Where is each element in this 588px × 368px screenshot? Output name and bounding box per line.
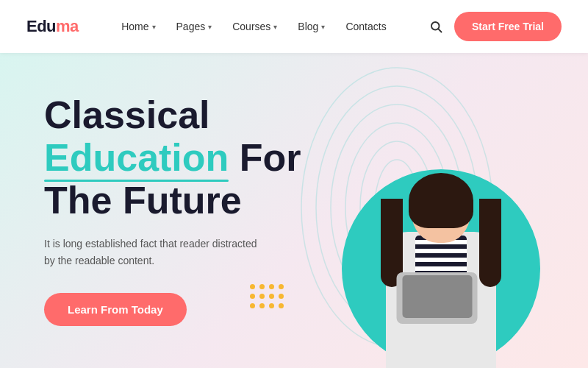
logo[interactable]: Eduma bbox=[26, 17, 79, 36]
svg-line-1 bbox=[438, 29, 441, 32]
person-figure bbox=[368, 177, 514, 368]
navbar: Eduma Home ▾ Pages ▾ Courses ▾ Blog ▾ bbox=[0, 0, 588, 53]
hero-content: Classical Education For The Future It is… bbox=[44, 93, 301, 326]
nav-link-contacts[interactable]: Contacts bbox=[345, 21, 386, 32]
chevron-down-icon: ▾ bbox=[273, 23, 277, 31]
nav-link-blog[interactable]: Blog ▾ bbox=[298, 21, 325, 32]
learn-button[interactable]: Learn From Today bbox=[44, 293, 187, 326]
laptop-screen bbox=[402, 275, 472, 318]
nav-link-home[interactable]: Home ▾ bbox=[121, 21, 155, 32]
person-hair-right bbox=[479, 199, 501, 287]
start-trial-button[interactable]: Start Free Trial bbox=[454, 12, 562, 41]
chevron-down-icon: ▾ bbox=[208, 23, 212, 31]
nav-item-blog[interactable]: Blog ▾ bbox=[298, 21, 325, 32]
search-button[interactable] bbox=[429, 20, 442, 33]
nav-item-pages[interactable]: Pages ▾ bbox=[176, 21, 212, 32]
nav-item-home[interactable]: Home ▾ bbox=[121, 21, 155, 32]
nav-link-courses[interactable]: Courses ▾ bbox=[232, 21, 277, 32]
nav-right: Start Free Trial bbox=[429, 12, 562, 41]
person-laptop bbox=[397, 272, 478, 324]
hero-title-highlight: Education bbox=[44, 136, 229, 179]
nav-item-contacts[interactable]: Contacts bbox=[345, 21, 386, 32]
search-icon bbox=[429, 20, 442, 33]
chevron-down-icon: ▾ bbox=[152, 23, 156, 31]
hero-section: Classical Education For The Future It is… bbox=[0, 53, 588, 368]
nav-links: Home ▾ Pages ▾ Courses ▾ Blog ▾ Contacts bbox=[121, 21, 386, 32]
hero-title: Classical Education For The Future bbox=[44, 93, 301, 222]
person-hair bbox=[409, 173, 473, 228]
chevron-down-icon: ▾ bbox=[321, 23, 325, 31]
nav-link-pages[interactable]: Pages ▾ bbox=[176, 21, 212, 32]
logo-accent: ma bbox=[56, 17, 79, 35]
logo-text: Edu bbox=[26, 17, 56, 35]
hero-image-wrap bbox=[334, 125, 548, 368]
hero-subtitle: It is long established fact that reader … bbox=[44, 236, 265, 269]
nav-item-courses[interactable]: Courses ▾ bbox=[232, 21, 277, 32]
